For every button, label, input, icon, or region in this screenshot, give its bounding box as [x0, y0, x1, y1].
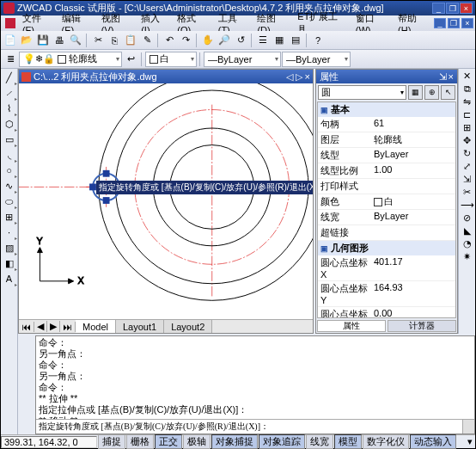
prop-row[interactable]: 圆心点坐标 Z0.00 — [318, 307, 455, 318]
prop-value[interactable]: 61 — [371, 117, 455, 132]
tab-prev-icon[interactable]: ◀ — [34, 321, 47, 332]
prop-row[interactable]: 线宽ByLayer — [318, 210, 455, 225]
erase-icon[interactable]: ✕ — [463, 71, 471, 82]
prop-tab-props[interactable]: 属性 — [317, 320, 386, 332]
pline-icon[interactable]: ⌇ — [3, 101, 16, 115]
copy-obj-icon[interactable]: ⧉ — [464, 83, 471, 95]
doc-close-icon[interactable]: × — [305, 71, 310, 83]
mirror-icon[interactable]: ⇋ — [463, 96, 471, 108]
arc-icon[interactable]: ◟ — [3, 148, 16, 162]
doc-left-icon[interactable]: ◁ — [286, 71, 293, 83]
prop-value[interactable]: 轮廓线 — [371, 132, 455, 147]
command-input[interactable]: 指定旋转角度或 [基点(B)/复制(C)/放弃(U)/参照(R)/退出(X)]： — [36, 420, 462, 434]
spline-icon[interactable]: ∿ — [3, 179, 16, 193]
cat-geom[interactable]: 几何图形 — [318, 241, 455, 255]
tab-next-icon[interactable]: ▶ — [47, 321, 60, 332]
undo-icon[interactable]: ↶ — [162, 33, 177, 48]
prop-row[interactable]: 句柄61 — [318, 117, 455, 132]
lineweight-dropdown[interactable]: — ByLayer — [282, 52, 351, 67]
cut-icon[interactable]: ✂ — [90, 33, 106, 48]
paste-icon[interactable]: 📋 — [123, 33, 138, 48]
props-icon[interactable]: ☰ — [255, 33, 271, 48]
child-close-button[interactable]: × — [461, 18, 473, 28]
status-捕捉[interactable]: 捕捉 — [98, 434, 125, 449]
prop-value[interactable] — [371, 225, 455, 240]
status-dropdown-icon[interactable]: ▾ — [465, 436, 475, 447]
circle-icon[interactable]: ○ — [3, 163, 16, 177]
maximize-button[interactable]: ❐ — [446, 3, 459, 14]
stretch-icon[interactable]: ⇲ — [463, 174, 471, 185]
dc-icon[interactable]: ▦ — [272, 33, 287, 48]
array-icon[interactable]: ⊞ — [463, 122, 471, 133]
layer-prev-icon[interactable]: ↩ — [123, 52, 138, 67]
prop-value[interactable]: 0.00 — [371, 307, 455, 318]
copy-icon[interactable]: ⎘ — [107, 33, 122, 48]
line-icon[interactable]: ╱ — [3, 71, 16, 84]
scale-icon[interactable]: ⤢ — [463, 161, 471, 172]
block-icon[interactable]: ⊞ — [3, 210, 16, 224]
prop-value[interactable]: 白 — [371, 194, 455, 209]
prop-value[interactable] — [371, 179, 455, 194]
break-icon[interactable]: ⊘ — [463, 212, 471, 224]
fillet-icon[interactable]: ◔ — [463, 238, 472, 249]
help-icon[interactable]: ? — [310, 33, 326, 48]
text-icon[interactable]: A — [3, 272, 16, 286]
status-模型[interactable]: 模型 — [334, 434, 362, 449]
open-icon[interactable]: 📂 — [19, 33, 34, 48]
prop-row[interactable]: 线型ByLayer — [318, 148, 455, 163]
zoom-icon[interactable]: 🔎 — [217, 33, 232, 48]
offset-icon[interactable]: ⊏ — [463, 109, 471, 120]
zoom-prev-icon[interactable]: ↺ — [233, 33, 248, 48]
preview-icon[interactable]: 🔍 — [68, 33, 83, 48]
extend-icon[interactable]: ⟶ — [461, 200, 474, 211]
status-极轴[interactable]: 极轴 — [183, 434, 211, 449]
redo-icon[interactable]: ↷ — [178, 33, 193, 48]
color-dropdown[interactable]: 白 — [145, 52, 197, 67]
status-栅格[interactable]: 栅格 — [126, 434, 154, 449]
quickselect-icon[interactable]: ▦ — [408, 85, 423, 100]
region-icon[interactable]: ◧ — [3, 256, 16, 270]
trim-icon[interactable]: ✂ — [463, 187, 471, 198]
ellipse-icon[interactable]: ⬭ — [3, 194, 16, 208]
status-线宽[interactable]: 线宽 — [306, 434, 333, 449]
prop-value[interactable]: ByLayer — [371, 210, 455, 224]
close-button[interactable]: × — [460, 3, 473, 14]
prop-value[interactable]: 1.00 — [371, 163, 455, 178]
tab-first-icon[interactable]: ⏮ — [19, 322, 34, 332]
prop-row[interactable]: 颜色白 — [318, 194, 455, 210]
status-对象捕捉[interactable]: 对象捕捉 — [211, 434, 258, 449]
cat-basic[interactable]: 基本 — [318, 102, 455, 117]
tab-model[interactable]: Model — [76, 320, 116, 333]
prop-tab-calc[interactable]: 计算器 — [388, 320, 456, 332]
new-icon[interactable]: 📄 — [3, 33, 18, 48]
tab-last-icon[interactable]: ⏭ — [60, 322, 76, 332]
print-icon[interactable]: 🖶 — [52, 33, 67, 48]
layer-dropdown[interactable]: 💡❄🔒轮廓线 — [19, 52, 122, 67]
prop-row[interactable]: 圆心点坐标 Y164.93 — [318, 281, 455, 307]
prop-value[interactable]: 401.17 — [371, 255, 455, 280]
minimize-button[interactable]: _ — [432, 3, 445, 14]
drawing-canvas[interactable]: XY 指定旋转角度或 [基点(B)/复制(C)/放弃(U)/参照(R)/退出(X… — [19, 83, 313, 319]
cmd-scrollbar[interactable] — [462, 420, 474, 434]
tab-layout2[interactable]: Layout2 — [164, 320, 212, 333]
move-icon[interactable]: ✥ — [463, 135, 471, 146]
status-正交[interactable]: 正交 — [155, 434, 182, 449]
explode-icon[interactable]: ✷ — [463, 251, 471, 262]
prop-value[interactable]: 164.93 — [371, 281, 455, 306]
rotate-icon[interactable]: ↻ — [463, 148, 471, 159]
selectobj-icon[interactable]: ↖ — [441, 85, 455, 100]
status-对象追踪[interactable]: 对象追踪 — [259, 434, 305, 449]
prop-pin-icon[interactable]: ⇲ — [439, 71, 447, 83]
layer-mgr-icon[interactable]: ≣ — [3, 52, 18, 67]
prop-row[interactable]: 打印样式 — [318, 179, 455, 194]
point-icon[interactable]: · — [3, 225, 16, 239]
match-icon[interactable]: ✎ — [139, 33, 155, 48]
hatch-icon[interactable]: ▨ — [3, 241, 16, 255]
child-restore-button[interactable]: ❐ — [448, 18, 460, 28]
xline-icon[interactable]: ⟋ — [3, 86, 16, 100]
command-history[interactable]: 命令：另一角点：命令：另一角点：命令：** 拉伸 **指定拉伸点或 [基点(B)… — [36, 336, 474, 419]
status-动态输入[interactable]: 动态输入 — [410, 434, 456, 449]
polygon-icon[interactable]: ⬡ — [3, 117, 16, 131]
linetype-dropdown[interactable]: — ByLayer — [204, 52, 281, 67]
chamfer-icon[interactable]: ◣ — [464, 225, 471, 237]
